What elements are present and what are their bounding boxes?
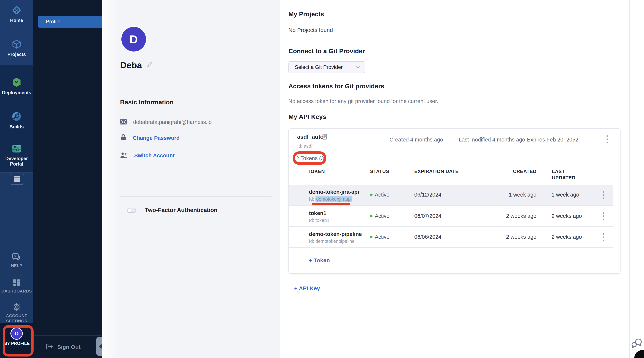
developer-portal-icon	[11, 144, 22, 154]
api-keys-title: My API Keys	[288, 113, 326, 120]
app-window: Home Projects ∞ Deployments Builds Devel…	[0, 0, 644, 358]
profile-avatar: D	[10, 327, 23, 340]
api-key-name: asdf_auto	[297, 134, 324, 140]
token-id-value: demotokenpipeline	[316, 239, 355, 244]
token-name: demo-token-pipeline	[309, 231, 362, 237]
sidebar-item-help[interactable]: ? HELP	[0, 253, 33, 268]
token-menu-button[interactable]	[600, 232, 607, 243]
grid-icon	[13, 175, 21, 183]
sidebar-item-label: HELP	[11, 263, 22, 268]
switch-account-icon	[120, 152, 128, 159]
sign-out-button[interactable]: Sign Out	[33, 335, 102, 358]
email-row: debabrata.panigrahi@harness.io	[120, 119, 212, 125]
change-password-link[interactable]: Change Password	[133, 135, 180, 141]
switch-account-link[interactable]: Switch Account	[134, 152, 174, 159]
token-row[interactable]: token1 Id: token1 Active 06/07/2024 2 we…	[289, 205, 614, 227]
col-header-expiration: EXPIRATION DATE	[414, 168, 459, 175]
token-expiration: 06/06/2024	[414, 234, 441, 240]
sidebar-item-projects[interactable]: Projects	[0, 39, 33, 57]
basic-information-title: Basic Information	[120, 99, 174, 106]
token-created: 2 weeks ago	[496, 213, 536, 219]
sidebar-item-profile-selected[interactable]: Profile	[38, 16, 102, 28]
token-created: 1 week ago	[496, 192, 536, 198]
api-key-last-modified: Last modified 4 months ago	[459, 137, 525, 143]
col-header-token: TOKEN	[308, 168, 325, 175]
toggle-knob	[128, 208, 132, 212]
add-api-key-link[interactable]: + API Key	[294, 285, 320, 292]
col-header-status: STATUS	[370, 168, 389, 175]
token-id: Id: demotokenjiraapi	[309, 196, 352, 202]
token-menu-button[interactable]	[600, 211, 607, 222]
sidebar-item-deployments[interactable]: ∞ Deployments	[0, 77, 33, 95]
divider	[120, 196, 272, 197]
my-projects-title: My Projects	[288, 11, 324, 18]
sidebar-item-label: Projects	[8, 52, 26, 57]
token-id-prefix: Id:	[309, 218, 316, 223]
user-avatar: D	[121, 26, 147, 52]
token-id-prefix: Id:	[309, 239, 316, 244]
copy-icon[interactable]	[322, 134, 327, 140]
token-created: 2 weeks ago	[496, 234, 536, 240]
add-token-link[interactable]: + Token	[309, 257, 330, 264]
help-icon: ?	[12, 253, 21, 262]
tokens-toggle-label: Tokens (3)	[300, 155, 326, 161]
git-provider-select[interactable]: Select a Git Provider	[288, 61, 365, 73]
two-factor-toggle[interactable]	[127, 208, 136, 213]
status-dot	[370, 194, 372, 196]
api-key-created: Created 4 months ago	[390, 137, 443, 143]
tokens-expand-toggle[interactable]: ^ Tokens (3)	[296, 155, 326, 161]
no-access-tokens-text: No access token for any git provider fou…	[288, 98, 438, 104]
col-header-created: CREATED	[496, 168, 536, 175]
git-provider-title: Connect to a Git Provider	[288, 47, 365, 55]
api-key-menu-button[interactable]	[604, 134, 611, 145]
two-factor-label: Two-Factor Authentication	[145, 207, 218, 214]
module-grid-button[interactable]	[10, 173, 24, 185]
token-expiration: 06/12/2024	[414, 192, 441, 198]
token-name: token1	[309, 210, 326, 216]
token-name: demo-token-jira-api	[309, 189, 359, 195]
token-menu-button[interactable]	[600, 190, 607, 201]
main-content: My Projects No Projects found Connect to…	[280, 0, 644, 358]
divider	[289, 247, 614, 248]
change-password-row: Change Password	[120, 134, 180, 142]
sidebar-item-home[interactable]: Home	[0, 5, 33, 23]
token-last-updated: 2 weeks ago	[552, 234, 582, 240]
api-key-expires: Expires Feb 20, 2052	[527, 137, 578, 143]
collapse-arrow-icon	[99, 344, 102, 349]
token-row[interactable]: demo-token-pipeline Id: demotokenpipelin…	[289, 226, 614, 248]
svg-text:∞: ∞	[15, 79, 18, 85]
chat-help-button[interactable]	[631, 338, 643, 349]
token-id-value: token1	[316, 218, 330, 223]
api-key-card: asdf_auto Id: asdf Created 4 months ago …	[288, 128, 620, 274]
sidebar-item-label: Deployments	[2, 90, 31, 95]
sidebar-item-label: DASHBOARDS	[2, 289, 32, 294]
token-status: Active	[370, 192, 390, 198]
api-key-id: Id: asdf	[297, 143, 312, 149]
profile-item-label: Profile	[46, 19, 60, 25]
sign-out-label: Sign Out	[57, 344, 80, 350]
status-dot	[370, 236, 372, 238]
chevron-down-icon	[356, 66, 360, 69]
sidebar-item-my-profile[interactable]: D MY PROFILE	[0, 327, 33, 346]
profile-panel: D Deba Basic Information debabrata.panig…	[102, 0, 280, 358]
scroll-divider	[630, 0, 630, 358]
sidebar-item-builds[interactable]: Builds	[0, 111, 33, 129]
git-provider-select-value: Select a Git Provider	[295, 64, 343, 70]
token-row[interactable]: demo-token-jira-api Id: demotokenjiraapi…	[289, 185, 614, 205]
status-dot	[370, 215, 372, 217]
no-projects-text: No Projects found	[288, 27, 333, 33]
switch-account-row: Switch Account	[120, 152, 174, 159]
sidebar-item-dashboards[interactable]: DASHBOARDS	[0, 279, 33, 294]
sidebar-item-label: MY PROFILE	[4, 341, 30, 346]
token-status: Active	[370, 213, 390, 219]
token-last-updated: 2 weeks ago	[552, 213, 582, 219]
home-icon	[12, 5, 22, 16]
sidebar-item-label: Developer Portal	[2, 156, 30, 167]
token-expiration: 06/07/2024	[414, 213, 441, 219]
sidebar-item-account-settings[interactable]: ACCOUNT SETTINGS	[0, 303, 33, 323]
token-last-updated: 1 week ago	[552, 192, 579, 198]
sidebar-item-developer-portal[interactable]: Developer Portal	[0, 144, 33, 167]
token-id: Id: demotokenpipeline	[309, 239, 355, 244]
user-name: Deba	[120, 60, 142, 70]
edit-name-icon[interactable]	[146, 62, 153, 69]
